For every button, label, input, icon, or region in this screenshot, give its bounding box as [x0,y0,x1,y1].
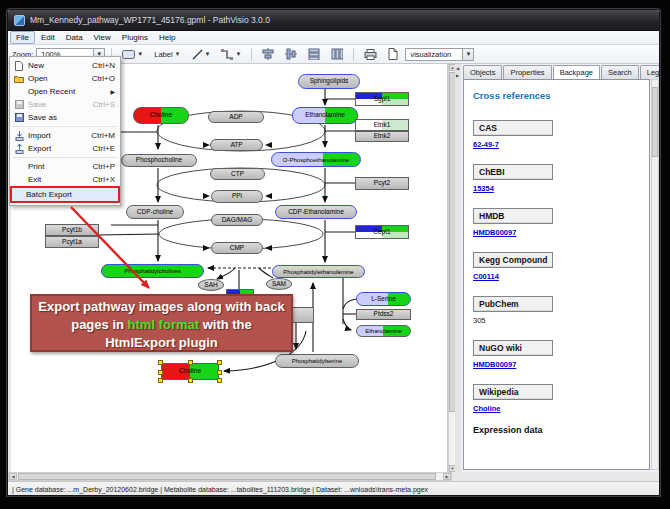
datanode-tool-button[interactable]: ▼ [118,47,147,62]
menu-bar: File Edit Data View Plugins Help [8,31,659,45]
export-icon [13,144,25,154]
menu-item-open[interactable]: OpenCtrl+O [10,72,120,85]
node-phosphatidylcholines[interactable]: Phosphatidylcholines [101,264,204,278]
node-phosphatidylethanolamine[interactable]: Phosphatidylethanolamine [272,265,365,278]
chevron-down-icon[interactable]: ▼ [462,49,473,60]
gene-node-sgpl1[interactable]: Sgpl1 [355,92,409,106]
menu-help[interactable]: Help [154,32,180,43]
node-ctp[interactable]: CTP [210,168,265,180]
scrollbar-thumb[interactable] [18,473,436,480]
sidebar-scrollbar[interactable] [651,79,659,470]
gene-node-ptdss2[interactable]: Ptdss2 [356,309,411,320]
node-dag-mag[interactable]: DAG/MAG [211,214,263,226]
xref-value: 305 [473,316,640,325]
window-title: Mm_Kennedy_pathway_WP1771_45176.gpml - P… [30,15,270,25]
menu-item-new[interactable]: NewCtrl+N [10,59,120,72]
visualization-combobox[interactable]: visualization ▼ [405,48,474,61]
menu-plugins[interactable]: Plugins [117,32,153,43]
menu-item-open-recent[interactable]: Open Recent ▶ [10,85,120,98]
selection-handle[interactable] [158,378,163,383]
copy-page-button[interactable] [384,47,402,62]
collapse-right-icon[interactable]: ▶ [456,73,459,78]
selection-handle[interactable] [217,370,222,375]
node-ppi[interactable]: PPi [211,190,263,203]
node-phosphocholine[interactable]: Phosphocholine [121,154,197,167]
menu-edit[interactable]: Edit [36,32,60,43]
menu-item-print[interactable]: PrintCtrl+P [10,160,120,173]
menu-view[interactable]: View [89,32,116,43]
file-menu: NewCtrl+N OpenCtrl+O Open Recent ▶ SaveC… [9,56,121,206]
align-middle-button[interactable] [281,47,301,62]
sidebar-tabs: Objects Properties Backpage Search Legen… [463,65,658,79]
node-sah[interactable]: SAH [198,279,224,291]
connector-tool-button[interactable]: ▼ [217,47,245,62]
menu-data[interactable]: Data [61,32,88,43]
canvas-vertical-scrollbar[interactable]: ▲ ▼ [448,64,455,472]
align-center-button[interactable] [258,47,278,62]
xref-link[interactable]: C00114 [473,272,640,281]
gene-node-pcyt1a[interactable]: Pcyt1a [45,236,99,248]
save-icon [13,100,25,109]
gene-node-etnk1[interactable]: Etnk1 [355,119,409,131]
tab-objects[interactable]: Objects [463,65,502,79]
label-tool-button[interactable]: Label ▼ [150,47,184,62]
xref-link[interactable]: Choline [473,404,640,413]
line-tool-button[interactable]: ▼ [188,47,215,62]
menu-item-import[interactable]: ImportCtrl+M [10,129,120,142]
xref-section: HMDB HMDB00097 [473,205,640,237]
stack-columns-button[interactable] [327,47,347,62]
node-ethanolamine-out[interactable]: Ethanolamine [356,325,411,337]
xref-link[interactable]: 62-49-7 [473,140,640,149]
node-cdp-choline[interactable]: CDP-choline [126,205,184,219]
xref-link[interactable]: HMDB00097 [473,360,640,369]
canvas-horizontal-scrollbar[interactable]: ◀ ▶ [8,472,452,481]
node-o-phosphoethanolamine[interactable]: O-Phosphoethanolamine [271,152,361,167]
scroll-right-icon[interactable]: ▶ [443,473,451,480]
tab-backpage[interactable]: Backpage [553,65,600,79]
tab-search[interactable]: Search [601,65,639,79]
chevron-down-icon: ▼ [235,51,241,57]
scroll-left-icon[interactable]: ◀ [9,473,17,480]
node-sam[interactable]: SAM [266,278,292,290]
selection-handle[interactable] [217,360,222,365]
stack-columns-icon [331,48,343,60]
menu-item-save[interactable]: SaveCtrl+S [10,98,120,111]
menu-item-batch-export[interactable]: Batch Export [10,186,120,203]
selection-handle[interactable] [158,360,163,365]
open-folder-icon [13,75,25,83]
node-choline[interactable]: Choline [133,107,189,124]
node-choline-selected[interactable]: Choline [161,363,219,380]
gene-node-cept1[interactable]: Cept1 [355,225,409,239]
xref-source: HMDB [473,208,553,224]
collapse-left-icon[interactable]: ◀ [456,66,459,71]
selection-handle[interactable] [158,370,163,375]
node-cmp[interactable]: CMP [211,242,263,254]
selection-handle[interactable] [217,378,222,383]
stack-rows-icon [308,48,320,60]
selection-handle[interactable] [188,360,193,365]
menu-item-exit[interactable]: ExitCtrl+X [10,173,120,186]
xref-link[interactable]: HMDB00097 [473,228,640,237]
stack-rows-button[interactable] [304,47,324,62]
tab-legend[interactable]: Legend [640,65,660,79]
app-icon [14,15,25,26]
menu-file[interactable]: File [10,31,35,44]
node-sphingolipids[interactable]: Sphingolipids [298,74,360,89]
gene-node-pcyt1b[interactable]: Pcyt1b [45,224,99,236]
gene-node-pcyt2[interactable]: Pcyt2 [355,177,409,190]
node-l-serine[interactable]: L-Serine [356,292,411,306]
node-adp[interactable]: ADP [208,111,264,123]
menu-item-export[interactable]: ExportCtrl+E [10,142,120,155]
tab-properties[interactable]: Properties [503,65,551,79]
node-phosphatidylserine[interactable]: Phosphatidylserine [275,354,359,368]
title-bar[interactable]: Mm_Kennedy_pathway_WP1771_45176.gpml - P… [8,10,659,31]
node-atp[interactable]: ATP [210,139,263,151]
xref-link[interactable]: 15354 [473,184,640,193]
menu-item-save-as[interactable]: Save as [10,111,120,124]
print-button[interactable] [360,47,381,62]
node-cdp-ethanolamine[interactable]: CDP-Ethanolamine [275,205,357,219]
selection-handle[interactable] [188,378,193,383]
node-ethanolamine[interactable]: Ethanolamine [292,107,358,124]
scrollbar-thumb[interactable] [652,87,658,157]
gene-node-etnk2[interactable]: Etnk2 [355,131,409,142]
